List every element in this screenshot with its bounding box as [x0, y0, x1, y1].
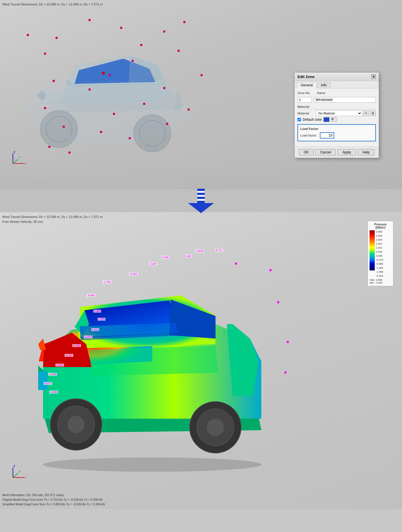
svg-point-34 — [207, 419, 224, 436]
svg-line-37 — [13, 473, 18, 478]
pressure-label: 0.132 — [184, 255, 192, 258]
color-row: Default color ⊞ — [297, 117, 376, 122]
ok-button[interactable]: OK — [299, 149, 314, 155]
top-viewport: Wind Tunnel Dimensions: Dx = 15.599 m, D… — [0, 0, 402, 189]
legend-color-bar — [370, 230, 375, 270]
pressure-label: -0.227 — [149, 262, 157, 265]
load-factor-box: Load Factor Load factor: — [297, 124, 376, 141]
dialog-body: Zone No. Name Material Material: No Mate… — [295, 88, 379, 147]
pressure-label: -1.751 — [103, 280, 111, 283]
zone-no-input[interactable] — [297, 97, 312, 103]
load-factor-input[interactable] — [320, 132, 334, 139]
legend-title: Pressure [kN/m²] — [370, 223, 391, 229]
color-swatch[interactable] — [324, 117, 329, 122]
pressure-label: -0.577 — [44, 382, 52, 385]
color-grid-button[interactable]: ⊞ — [331, 117, 337, 122]
zone-no-label: Zone No. — [297, 91, 315, 95]
simplified-drag: Simplified Model Drag Force Sum: Fx = 0.… — [2, 502, 105, 507]
svg-point-28 — [43, 457, 261, 472]
material-grid-button[interactable]: ⊞ — [370, 110, 376, 116]
load-factor-label: Load factor: — [300, 134, 318, 137]
zone-name-input[interactable] — [314, 97, 376, 103]
pressure-label: 0.184 — [161, 256, 169, 259]
apply-button[interactable]: Apply — [337, 149, 356, 155]
pressure-label: -0.322 — [129, 272, 138, 275]
default-color-label: Default color — [303, 118, 322, 122]
pressure-label: -0.403 — [87, 294, 95, 297]
name-label: Name — [317, 91, 334, 95]
pressure-label: -0.167 — [65, 354, 73, 357]
car-pressure-svg — [14, 235, 302, 485]
zone-no-row: Zone No. Name — [297, 91, 376, 95]
dialog-title: Edit Zone — [297, 75, 314, 79]
original-drag: Original Model Drag Force Sum: Fx = 0.72… — [2, 498, 105, 502]
down-arrow — [188, 189, 214, 213]
dialog-close-button[interactable]: ✕ — [371, 74, 376, 79]
pressure-label: 0.043 — [91, 328, 99, 331]
pressure-label: -0.064 — [55, 364, 64, 367]
legend-labels: 3.066 2.560 2.053 1.547 1.041 0.534 0.02… — [376, 230, 383, 277]
material-label: Material: — [297, 112, 315, 115]
load-factor-row: Load factor: — [300, 132, 373, 139]
pressure-legend: Pressure [kN/m²] 3.066 2.560 2.053 1.547… — [368, 221, 393, 286]
pressure-label: 0.771 — [215, 249, 223, 252]
pressure-label: 2.375 — [98, 318, 105, 321]
material-section-label: Material — [297, 105, 376, 109]
default-color-checkbox[interactable] — [297, 118, 301, 121]
material-edit-button[interactable]: ✎ — [363, 110, 369, 116]
pressure-label: -0.338 — [48, 373, 57, 376]
zone-values-row — [297, 97, 376, 103]
bottom-info: Mesh Information: 251 138 cells, 291 671… — [2, 493, 105, 507]
material-row: Material: No Material ✎ ⊞ — [297, 110, 376, 116]
svg-point-31 — [67, 416, 85, 433]
cancel-button[interactable]: Cancel — [315, 149, 336, 155]
svg-text:Y: Y — [19, 470, 20, 473]
tab-info[interactable]: Info — [317, 82, 331, 88]
pressure-label: 1.268 — [93, 310, 101, 313]
axis-indicator-bottom: Z X Y — [10, 465, 26, 480]
dialog-tabs: General Info — [295, 81, 379, 88]
pressure-label: -0.695 — [49, 391, 58, 393]
material-select[interactable]: No Material — [316, 110, 362, 116]
wind-tunnel-info-bottom: Wind Tunnel Dimensions: Dx = 15.599 m, D… — [2, 215, 103, 224]
car-wireframe-svg — [6, 9, 207, 169]
dialog-footer: OK Cancel Apply Help — [295, 147, 379, 158]
help-button[interactable]: Help — [358, 149, 375, 155]
edit-zone-dialog: Edit Zone ✕ General Info Zone No. Name M… — [294, 72, 379, 158]
bottom-viewport: Wind Tunnel Dimensions: Dx = 15.599 m, D… — [0, 212, 402, 509]
pressure-label: -0.079 — [84, 336, 92, 338]
svg-text:X: X — [25, 476, 26, 479]
svg-point-27 — [102, 72, 105, 75]
wind-tunnel-info-top: Wind Tunnel Dimensions: Dx = 15.599 m, D… — [2, 2, 103, 7]
pressure-label: -0.069 — [72, 344, 81, 347]
tab-general[interactable]: General — [297, 82, 317, 88]
dialog-titlebar: Edit Zone ✕ — [295, 73, 379, 81]
svg-text:Z: Z — [13, 465, 15, 467]
load-factor-title: Load Factor — [300, 127, 373, 130]
arrow-section — [0, 189, 402, 212]
pressure-label: -0.879 — [195, 250, 204, 252]
mesh-info: Mesh Information: 251 138 cells, 291 671… — [2, 493, 105, 498]
legend-max: Max: 3.066 Min: -2.504 — [370, 278, 391, 284]
